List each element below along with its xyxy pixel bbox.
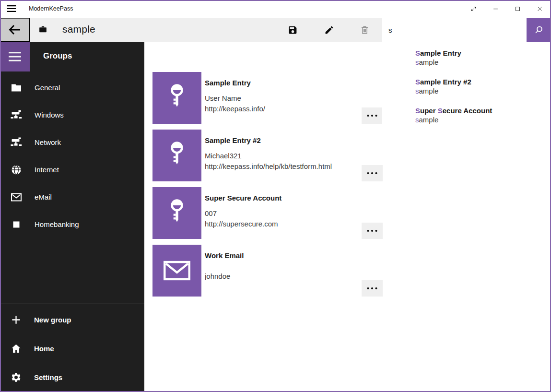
result-subtitle: sample	[415, 87, 550, 95]
text-segment: uper	[420, 107, 438, 115]
sidebar-item-label: Homebanking	[35, 220, 79, 228]
result-subtitle: sample	[415, 58, 550, 66]
sidebar-item-general[interactable]: General	[0, 74, 144, 101]
gear-icon	[11, 372, 22, 383]
maximize-icon	[514, 5, 521, 12]
minimize-icon	[492, 5, 499, 12]
more-icon	[366, 229, 378, 233]
match-highlight: s	[415, 58, 419, 66]
groups-header: Groups	[43, 42, 72, 71]
search-icon	[534, 25, 544, 35]
search-result-sample-entry[interactable]: Sample Entrysample	[382, 44, 550, 73]
more-button[interactable]	[362, 280, 383, 297]
entry-username: Michael321	[205, 151, 332, 161]
briefcase-icon	[38, 25, 47, 34]
save-icon	[288, 25, 298, 35]
entry-username: 007	[205, 208, 278, 219]
sidebar-item-label: Network	[35, 138, 61, 146]
result-title: Super Secure Account	[415, 102, 550, 115]
folder-icon	[11, 82, 22, 94]
titlebar: ModernKeePass	[0, 0, 551, 18]
edit-button[interactable]	[318, 18, 340, 42]
sidebar-item-label: Settings	[34, 373, 62, 381]
sidebar-item-internet[interactable]: Internet	[0, 156, 144, 183]
close-button[interactable]	[528, 0, 551, 18]
sidebar-item-label: Internet	[35, 166, 59, 174]
delete-button	[354, 18, 375, 42]
search-result-sample-entry-2[interactable]: Sample Entry #2sample	[382, 73, 550, 102]
sidebar-item-windows[interactable]: Windows	[0, 101, 144, 129]
minimize-button[interactable]	[484, 0, 506, 18]
sidebar-item-label: eMail	[35, 193, 52, 201]
entry-title: Sample Entry	[205, 79, 251, 87]
entry-url: http://keepass.info/help/kb/testform.htm…	[205, 161, 332, 172]
entry-tile[interactable]	[152, 187, 201, 239]
sidebar-actions: New groupHomeSettings	[0, 305, 144, 392]
entry-tile[interactable]	[152, 245, 201, 297]
more-icon	[366, 171, 378, 175]
entry-row-work-email[interactable]: Work Emailjohndoe	[152, 245, 383, 297]
text-segment: ample Entry #2	[420, 78, 471, 86]
appbar: sample	[0, 18, 382, 42]
sidebar-action-home[interactable]: Home	[0, 334, 144, 363]
match-highlight: S	[415, 78, 420, 86]
entry-tile[interactable]	[152, 130, 201, 181]
back-button[interactable]	[0, 18, 30, 42]
search-input[interactable]	[382, 18, 527, 42]
entry-details: Michael321http://keepass.info/help/kb/te…	[205, 151, 332, 172]
expand-icon	[470, 5, 477, 12]
network-icon	[11, 137, 22, 148]
text-segment: ecure Account	[443, 107, 492, 115]
entry-row-sample-entry[interactable]: Sample EntryUser Namehttp://keepass.info…	[152, 72, 383, 124]
more-button[interactable]	[362, 223, 383, 239]
sidebar-separator	[0, 304, 144, 304]
result-title: Sample Entry #2	[415, 73, 550, 86]
app-window: ModernKeePass sample Groups GeneralWindo…	[0, 0, 551, 392]
nav-menu-button[interactable]	[0, 42, 30, 71]
search-results-dropdown: Sample EntrysampleSample Entry #2sampleS…	[382, 42, 550, 137]
sidebar: Groups GeneralWindowsNetworkInterneteMai…	[0, 42, 144, 392]
sidebar-action-settings[interactable]: Settings	[0, 363, 144, 392]
group-list: GeneralWindowsNetworkInterneteMailHomeba…	[0, 74, 144, 238]
entry-row-super-secure-account[interactable]: Super Secure Account007http://supersecur…	[152, 187, 383, 239]
more-button[interactable]	[362, 165, 383, 181]
entry-url: http://supersecure.com	[205, 219, 278, 229]
entry-username: johndoe	[205, 271, 230, 282]
match-highlight: S	[438, 107, 443, 115]
search-button[interactable]	[527, 18, 551, 42]
result-title: Sample Entry	[415, 44, 550, 57]
text-segment: ample	[419, 116, 439, 124]
more-icon	[366, 114, 378, 118]
sidebar-item-email[interactable]: eMail	[0, 183, 144, 211]
globe-icon	[11, 164, 22, 176]
entry-title: Sample Entry #2	[205, 136, 261, 144]
more-button[interactable]	[362, 107, 383, 124]
entry-username: User Name	[205, 93, 265, 104]
hamburger-icon[interactable]	[7, 5, 16, 12]
match-highlight: S	[415, 107, 420, 115]
search-box	[382, 18, 527, 42]
sidebar-item-network[interactable]: Network	[0, 129, 144, 156]
sidebar-item-homebanking[interactable]: Homebanking	[0, 211, 144, 238]
entry-tile[interactable]	[152, 72, 201, 124]
sidebar-action-new-group[interactable]: New group	[0, 305, 144, 334]
sidebar-item-label: Home	[34, 344, 54, 353]
search-result-super-secure-account[interactable]: Super Secure Accountsample	[382, 102, 550, 131]
maximize-button[interactable]	[506, 0, 528, 18]
fullscreen-button[interactable]	[462, 0, 484, 18]
match-highlight: s	[415, 116, 419, 124]
match-highlight: S	[415, 49, 420, 57]
key-icon	[166, 82, 188, 114]
save-button[interactable]	[282, 18, 303, 42]
entry-details: johndoe	[205, 271, 230, 282]
sidebar-item-label: General	[35, 83, 60, 92]
trash-icon	[360, 25, 370, 35]
text-segment: ample	[419, 58, 439, 66]
envelope-icon	[11, 191, 22, 203]
plus-icon	[11, 314, 22, 325]
entry-row-sample-entry-2[interactable]: Sample Entry #2Michael321http://keepass.…	[152, 130, 383, 181]
entry-title: Super Secure Account	[205, 194, 281, 202]
text-segment: ample Entry	[420, 49, 461, 57]
sidebar-item-label: Windows	[35, 111, 64, 119]
match-highlight: s	[415, 87, 419, 95]
